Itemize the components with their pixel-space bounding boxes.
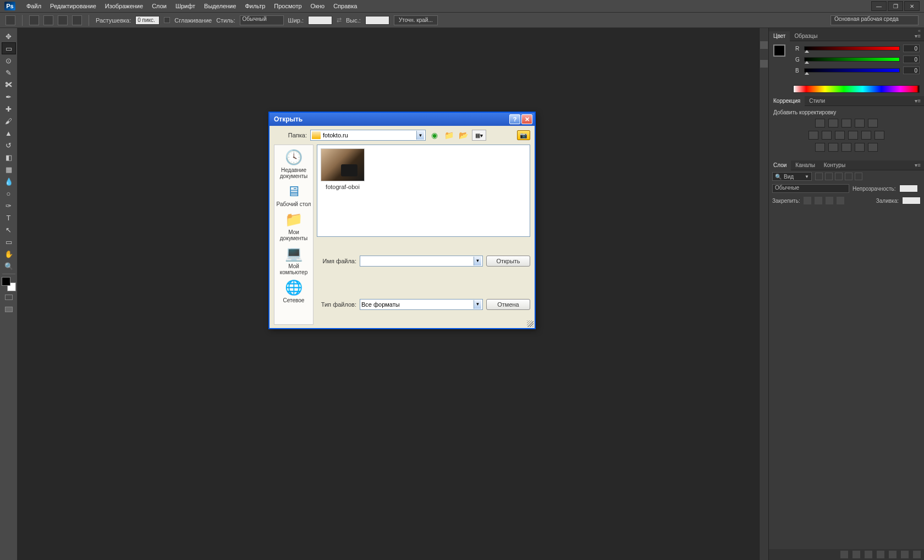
workspace-select[interactable]: Основная рабочая среда	[831, 15, 919, 25]
adj-threshold-icon[interactable]	[842, 143, 851, 152]
foreground-background-swatches[interactable]	[2, 277, 16, 291]
adj-exposure-icon[interactable]	[855, 119, 865, 127]
lock-image-icon[interactable]	[815, 197, 822, 204]
history-brush-tool[interactable]: ↺	[2, 139, 16, 151]
menu-select[interactable]: Выделение	[200, 3, 240, 9]
menu-view[interactable]: Просмотр	[270, 3, 306, 9]
selection-add-icon[interactable]	[43, 15, 53, 25]
tab-color[interactable]: Цвет	[769, 31, 790, 41]
selection-intersect-icon[interactable]	[72, 15, 82, 25]
minimize-button[interactable]: —	[871, 1, 887, 11]
adj-photofilter-icon[interactable]	[848, 131, 858, 140]
new-group-icon[interactable]	[877, 551, 884, 558]
lasso-tool[interactable]: ⊙	[2, 54, 16, 66]
new-layer-icon[interactable]	[901, 551, 909, 558]
tab-adjustments[interactable]: Коррекция	[769, 96, 805, 106]
link-layers-icon[interactable]	[840, 551, 848, 558]
adj-vibrance-icon[interactable]	[868, 119, 878, 127]
brush-tool[interactable]: 🖌	[2, 115, 16, 127]
swap-icon[interactable]: ⇄	[337, 16, 342, 24]
adj-colorbalance-icon[interactable]	[822, 131, 832, 140]
nav-back-icon[interactable]: ◉	[429, 130, 440, 141]
gradient-tool[interactable]: ▦	[2, 163, 16, 175]
adj-selectivecolor-icon[interactable]	[868, 143, 878, 152]
tab-styles[interactable]: Стили	[805, 96, 829, 106]
filter-shape-icon[interactable]	[845, 173, 853, 180]
adj-gradientmap-icon[interactable]	[855, 143, 865, 152]
slider-b[interactable]	[804, 68, 900, 73]
nav-newfolder-icon[interactable]: 📂	[458, 130, 469, 141]
healing-tool[interactable]: ✚	[2, 103, 16, 115]
panel-menu-icon[interactable]: ▾≡	[911, 162, 924, 168]
file-item[interactable]: fotograf-oboi	[321, 148, 365, 190]
filter-pixel-icon[interactable]	[815, 173, 823, 180]
filter-adjustment-icon[interactable]	[825, 173, 833, 180]
menu-image[interactable]: Изображение	[101, 3, 147, 9]
panel-menu-icon[interactable]: ▾≡	[911, 33, 924, 39]
color-foreground-background[interactable]	[773, 45, 790, 82]
nav-up-icon[interactable]: 📁	[443, 130, 454, 141]
blend-mode-select[interactable]: Обычные	[772, 184, 849, 193]
resize-grip[interactable]	[527, 320, 534, 327]
new-adjustment-icon[interactable]	[889, 551, 897, 558]
color-ramp[interactable]	[793, 85, 920, 93]
hand-tool[interactable]: ✋	[2, 248, 16, 260]
adj-invert-icon[interactable]	[815, 143, 825, 152]
folder-select[interactable]: fotokto.ru ▼	[310, 130, 426, 141]
adj-colorlookup-icon[interactable]	[875, 131, 884, 140]
blur-tool[interactable]: 💧	[2, 175, 16, 187]
menu-layer[interactable]: Слои	[147, 3, 171, 9]
adj-brightness-icon[interactable]	[815, 119, 825, 127]
place-desktop[interactable]: 🖥 Рабочий стол	[275, 181, 312, 208]
screen-mode-toggle[interactable]	[2, 303, 16, 315]
antialias-checkbox[interactable]	[164, 17, 170, 23]
place-mydocs[interactable]: 📁 Мои документы	[275, 209, 312, 242]
menu-edit[interactable]: Редактирование	[46, 3, 101, 9]
eraser-tool[interactable]: ◧	[2, 151, 16, 163]
place-recent[interactable]: 🕓 Недавние документы	[275, 147, 312, 180]
dialog-titlebar[interactable]: Открыть ? ✕	[270, 113, 535, 126]
selection-new-icon[interactable]	[29, 15, 39, 25]
place-network[interactable]: 🌐 Сетевое	[275, 278, 312, 304]
menu-filter[interactable]: Фильтр	[240, 3, 270, 9]
marquee-tool[interactable]: ▭	[2, 42, 16, 54]
layer-mask-icon[interactable]	[865, 551, 872, 558]
quick-selection-tool[interactable]: ✎	[2, 66, 16, 79]
zoom-tool[interactable]: 🔍	[2, 260, 16, 272]
place-mycomputer[interactable]: 💻 Мой компьютер	[275, 243, 312, 276]
path-selection-tool[interactable]: ↖	[2, 224, 16, 236]
filter-type-icon[interactable]	[835, 173, 843, 180]
layer-fx-icon[interactable]	[853, 551, 860, 558]
dodge-tool[interactable]: ○	[2, 187, 16, 199]
dialog-close-button[interactable]: ✕	[521, 114, 532, 124]
file-list[interactable]: fotograf-oboi	[317, 145, 530, 237]
fill-input[interactable]	[902, 197, 921, 204]
color-fg-swatch[interactable]	[773, 45, 785, 57]
filename-input[interactable]: ▼	[360, 256, 483, 267]
pen-tool[interactable]: ✑	[2, 199, 16, 212]
open-button[interactable]: Открыть	[486, 256, 530, 267]
menu-window[interactable]: Окно	[306, 3, 329, 9]
maximize-button[interactable]: ❐	[888, 1, 903, 11]
bridge-icon[interactable]: 📷	[517, 130, 530, 140]
height-input[interactable]	[365, 16, 389, 25]
folder-dropdown-icon[interactable]: ▼	[416, 131, 424, 140]
lock-all-icon[interactable]	[837, 197, 844, 204]
adj-posterize-icon[interactable]	[828, 143, 838, 152]
slider-r-input[interactable]	[903, 45, 920, 52]
type-tool[interactable]: T	[2, 212, 16, 224]
menu-type[interactable]: Шрифт	[171, 3, 200, 9]
eyedropper-tool[interactable]: ✒	[2, 91, 16, 103]
slider-g-input[interactable]	[903, 56, 920, 63]
collapsed-panel-icon[interactable]	[760, 60, 768, 68]
feather-input[interactable]	[135, 16, 160, 25]
rectangle-tool[interactable]: ▭	[2, 236, 16, 248]
tab-swatches[interactable]: Образцы	[790, 31, 822, 41]
lock-transparency-icon[interactable]	[804, 197, 811, 204]
nav-viewmenu-icon[interactable]: ▦▾	[472, 130, 486, 141]
cancel-button[interactable]: Отмена	[486, 299, 530, 310]
tab-layers[interactable]: Слои	[769, 160, 791, 170]
clone-stamp-tool[interactable]: ▲	[2, 127, 16, 139]
tab-paths[interactable]: Контуры	[820, 160, 850, 170]
refine-edge-button[interactable]: Уточн. край...	[394, 15, 438, 25]
